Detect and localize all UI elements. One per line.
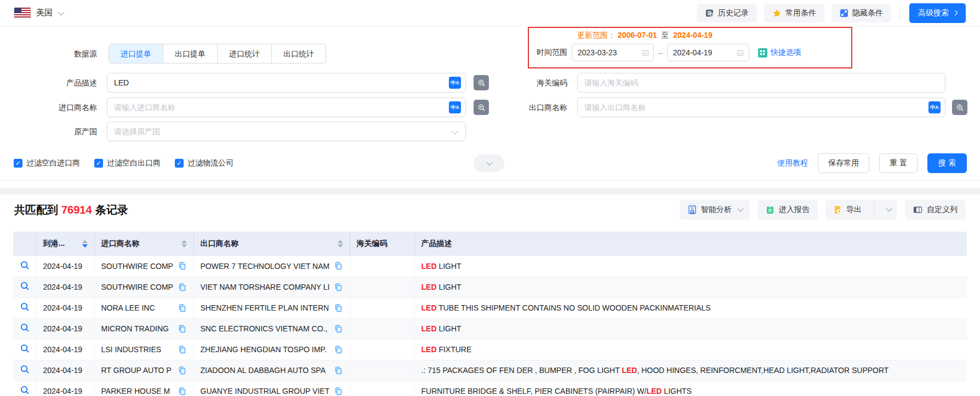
tab-import-stats[interactable]: 进口统计 — [217, 44, 272, 64]
translate-icon[interactable]: 中A — [449, 101, 461, 113]
row-detail-button[interactable] — [20, 302, 30, 312]
export-menu-button[interactable] — [879, 200, 897, 220]
cell-importer[interactable]: SOUTHWIRE COMP — [101, 262, 173, 271]
cell-importer[interactable]: NORA LEE INC — [101, 303, 155, 312]
checkbox-check-icon[interactable]: ✓ — [94, 159, 103, 168]
exporter-input[interactable] — [584, 103, 928, 112]
cell-date: 2024-04-19 — [36, 277, 94, 297]
cell-hscode — [350, 297, 414, 318]
export-split-button: 导出 — [825, 200, 897, 220]
start-date-input[interactable] — [578, 48, 642, 57]
product-desc-input[interactable] — [114, 78, 449, 87]
copy-button[interactable] — [178, 387, 187, 396]
cell-exporter[interactable]: ZHEJIANG HENGDIAN TOSPO IMP. — [201, 345, 327, 354]
fuzzy-search-button[interactable] — [952, 100, 967, 115]
copy-button[interactable] — [178, 303, 187, 313]
exporter-field[interactable]: 中A — [577, 97, 945, 117]
filter-checkbox[interactable]: ✓过滤物流公司 — [175, 158, 233, 168]
cell-importer[interactable]: SOUTHWIRE COMP — [101, 283, 173, 291]
cell-importer[interactable]: MICRON TRADING — [101, 324, 169, 333]
highlight-keyword: LED — [421, 324, 437, 333]
fuzzy-search-button[interactable] — [474, 75, 489, 90]
copy-button[interactable] — [178, 261, 187, 271]
cell-exporter[interactable]: VIET NAM TORSHARE COMPANY LI — [201, 283, 330, 291]
end-date-picker[interactable] — [667, 44, 749, 61]
copy-button[interactable] — [178, 366, 187, 375]
filter-checkbox[interactable]: ✓过滤空白进口商 — [14, 158, 80, 168]
copy-button[interactable] — [178, 283, 187, 292]
copy-button[interactable] — [334, 366, 343, 375]
calendar-icon — [642, 49, 649, 57]
search-button[interactable]: 搜 索 — [927, 153, 967, 173]
copy-button[interactable] — [334, 283, 343, 292]
chevron-down-icon[interactable] — [58, 9, 64, 15]
checkbox-check-icon[interactable]: ✓ — [14, 159, 22, 168]
favorites-button[interactable]: 常用条件 — [764, 4, 824, 22]
translate-icon[interactable]: 中A — [449, 77, 461, 89]
importer-input[interactable] — [114, 103, 449, 112]
export-button[interactable]: 导出 — [825, 200, 869, 220]
enter-report-button[interactable]: 进入报告 — [757, 200, 818, 220]
cell-exporter[interactable]: POWER 7 TECHNOLOGY VIET NAM — [201, 262, 330, 271]
table-row: 2024-04-19MICRON TRADINGSNC ELECTRONICS … — [13, 318, 967, 339]
copy-button[interactable] — [178, 345, 187, 354]
advanced-search-button[interactable]: 高级搜索 — [909, 3, 966, 23]
tutorial-link[interactable]: 使用教程 — [777, 158, 808, 168]
header-importer-column[interactable]: 进口商名称 — [94, 232, 193, 256]
cell-exporter[interactable]: GUANYE INDUSTRIAL GROUP VIET — [201, 387, 330, 395]
cell-exporter[interactable]: ZIADOON AL DABBAGH AUTO SPA — [201, 366, 326, 375]
cell-exporter[interactable]: SHENZHEN FERTILE PLAN INTERN — [201, 303, 329, 312]
highlight-keyword: LED — [421, 303, 437, 312]
cell-importer[interactable]: RT GROUP AUTO P — [101, 366, 172, 375]
custom-columns-button[interactable]: 自定义列 — [905, 200, 966, 220]
copy-button[interactable] — [334, 303, 343, 313]
tab-import-bol[interactable]: 进口提单 — [109, 44, 163, 64]
quick-options-link[interactable]: 快捷选项 — [758, 48, 801, 58]
copy-button[interactable] — [334, 324, 343, 334]
start-date-picker[interactable] — [572, 44, 654, 61]
header-date-column[interactable]: 到港... — [36, 232, 94, 256]
table-row: 2024-04-19SOUTHWIRE COMPVIET NAM TORSHAR… — [13, 277, 967, 297]
header-exporter-column[interactable]: 出口商名称 — [193, 232, 350, 256]
hs-code-field[interactable] — [577, 73, 945, 93]
cell-exporter[interactable]: SNC ELECTRONICS VIETNAM CO., — [201, 324, 328, 333]
sort-icon[interactable] — [338, 240, 343, 248]
sort-icon[interactable] — [82, 240, 88, 248]
hide-conditions-button[interactable]: 隐藏条件 — [831, 4, 891, 22]
filter-checkbox[interactable]: ✓过滤空白出口商 — [94, 158, 161, 168]
collapse-form-button[interactable] — [474, 154, 504, 172]
smart-analysis-button[interactable]: BI 智能分析 — [680, 200, 750, 220]
country-selector-label[interactable]: 美国 — [36, 8, 53, 18]
copy-button[interactable] — [334, 387, 343, 396]
product-desc-field[interactable]: 中A — [107, 73, 466, 93]
copy-button[interactable] — [334, 261, 343, 271]
end-date-input[interactable] — [673, 48, 737, 57]
row-detail-button[interactable] — [20, 281, 30, 291]
cell-importer[interactable]: LSI INDUSTRIES — [101, 345, 162, 354]
origin-select[interactable] — [107, 122, 466, 141]
fuzzy-search-button[interactable] — [474, 100, 489, 115]
importer-label: 进口商名称 — [0, 97, 97, 117]
row-detail-button[interactable] — [20, 343, 30, 354]
search-row-icon — [20, 385, 30, 395]
sort-icon[interactable] — [181, 240, 187, 248]
hs-code-input[interactable] — [584, 78, 941, 87]
copy-button[interactable] — [334, 345, 343, 354]
tab-export-stats[interactable]: 出口统计 — [271, 44, 326, 64]
row-detail-button[interactable] — [20, 260, 30, 271]
save-conditions-button[interactable]: 保存常用 — [818, 153, 869, 173]
cell-importer[interactable]: PARKER HOUSE M — [101, 387, 170, 395]
history-button[interactable]: 历史记录 — [697, 4, 757, 22]
row-detail-button[interactable] — [20, 385, 30, 395]
checkbox-check-icon[interactable]: ✓ — [175, 159, 184, 168]
row-detail-button[interactable] — [20, 364, 30, 375]
importer-field[interactable]: 中A — [107, 97, 466, 117]
cell-hscode — [350, 277, 414, 297]
svg-text:BI: BI — [691, 210, 693, 213]
copy-button[interactable] — [178, 324, 187, 334]
row-detail-button[interactable] — [20, 323, 30, 333]
tab-export-bol[interactable]: 出口提单 — [163, 44, 218, 64]
translate-icon[interactable]: 中A — [928, 101, 941, 113]
reset-button[interactable]: 重 置 — [879, 153, 918, 173]
origin-input[interactable] — [114, 127, 452, 136]
